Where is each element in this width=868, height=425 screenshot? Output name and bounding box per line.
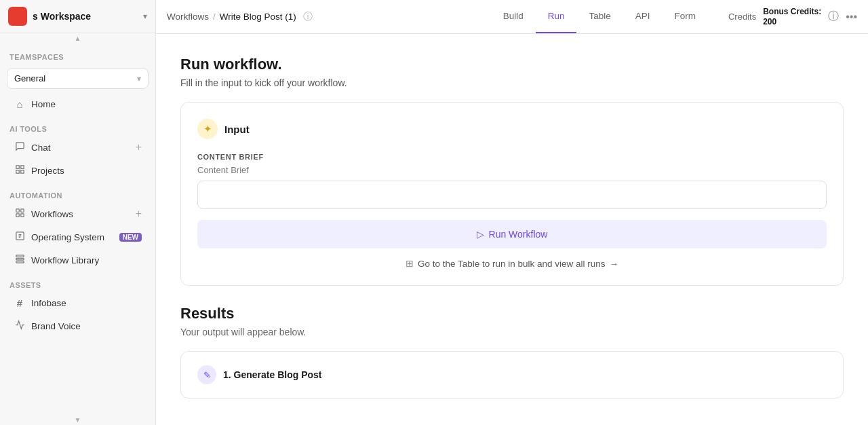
main-area: Workflows / Write Blog Post (1) ⓘ Build …	[156, 0, 868, 425]
scroll-down-arrow[interactable]: ▼	[75, 416, 81, 424]
sidebar-item-operating-system[interactable]: Operating System NEW	[4, 226, 151, 248]
tab-form[interactable]: Form	[662, 0, 708, 33]
arrow-right-icon: →	[610, 259, 619, 269]
sidebar-item-home-label: Home	[31, 99, 142, 109]
chat-add-icon[interactable]: +	[136, 141, 142, 153]
input-card-header: ✦ Input	[197, 119, 827, 139]
infobase-icon: #	[14, 297, 26, 309]
content-brief-input[interactable]	[197, 181, 827, 209]
sidebar-item-chat[interactable]: Chat +	[4, 136, 151, 158]
operating-system-badge: NEW	[119, 233, 142, 242]
bonus-credits-value: Bonus Credits: 200	[763, 7, 821, 26]
svg-rect-2	[16, 170, 18, 173]
topnav: Workflows / Write Blog Post (1) ⓘ Build …	[156, 0, 868, 34]
sidebar-item-workflows[interactable]: Workflows +	[4, 203, 151, 225]
breadcrumb-separator: /	[213, 12, 216, 22]
result-card-header: ✎ 1. Generate Blog Post	[197, 365, 827, 384]
teamspaces-section-label: Teamspaces	[0, 43, 155, 64]
workflows-icon	[14, 208, 26, 220]
content-area: Run workflow. Fill in the input to kick …	[156, 34, 868, 425]
content-brief-sublabel: Content Brief	[197, 165, 827, 175]
svg-rect-9	[16, 255, 23, 257]
result-item-label: 1. Generate Blog Post	[223, 369, 322, 380]
workspace-name: s Workspace	[33, 11, 143, 22]
breadcrumb-current-page: Write Blog Post (1)	[220, 12, 296, 22]
svg-rect-11	[16, 261, 23, 263]
automation-section-label: Automation	[0, 182, 155, 202]
breadcrumb-workflows-link[interactable]: Workflows	[167, 12, 209, 22]
sidebar-item-projects-label: Projects	[31, 166, 142, 176]
results-title: Results	[180, 305, 844, 322]
table-icon: ⊞	[406, 258, 414, 269]
sidebar: s Workspace ▾ ▲ Teamspaces General ▾ ⌂ H…	[0, 0, 156, 425]
nav-right: Credits Bonus Credits: 200 ⓘ •••	[728, 7, 857, 26]
svg-rect-3	[20, 170, 23, 173]
result-icon: ✎	[197, 365, 216, 384]
sidebar-item-workflows-label: Workflows	[31, 209, 130, 219]
svg-rect-4	[16, 209, 18, 212]
credits-label: Credits	[728, 12, 756, 22]
workspace-logo	[8, 7, 27, 26]
run-workflow-title: Run workflow.	[180, 56, 844, 73]
sidebar-item-infobase[interactable]: # Infobase	[4, 293, 151, 314]
content-brief-label: CONTENT BRIEF	[197, 153, 827, 161]
input-icon: ✦	[197, 119, 218, 139]
svg-rect-1	[20, 166, 23, 168]
teamspace-chevron-icon: ▾	[137, 74, 141, 84]
run-play-icon: ▷	[477, 229, 484, 240]
teamspace-dropdown[interactable]: General ▾	[7, 68, 149, 89]
bonus-credits-block: Bonus Credits: 200	[763, 7, 821, 26]
result-card: ✎ 1. Generate Blog Post	[180, 351, 844, 399]
breadcrumb-info-icon[interactable]: ⓘ	[303, 11, 313, 23]
sidebar-item-brand-voice[interactable]: Brand Voice	[4, 315, 151, 337]
more-options-button[interactable]: •••	[846, 11, 857, 23]
breadcrumb: Workflows / Write Blog Post (1) ⓘ	[167, 11, 313, 23]
tab-api[interactable]: API	[623, 0, 663, 33]
workspace-chevron-icon[interactable]: ▾	[143, 12, 147, 21]
run-workflow-button[interactable]: ▷ Run Workflow	[197, 220, 827, 248]
chat-icon	[14, 141, 26, 153]
svg-rect-0	[16, 166, 18, 168]
teamspace-selected-label: General	[14, 73, 45, 84]
brand-voice-icon	[14, 320, 26, 332]
sidebar-item-workflow-library[interactable]: Workflow Library	[4, 249, 151, 271]
sidebar-item-infobase-label: Infobase	[31, 298, 142, 308]
scroll-up-arrow[interactable]: ▲	[75, 35, 81, 42]
input-card: ✦ Input CONTENT BRIEF Content Brief ▷ Ru…	[180, 102, 844, 286]
svg-rect-7	[20, 214, 23, 217]
nav-tabs: Build Run Table API Form	[491, 0, 708, 33]
svg-rect-10	[16, 258, 23, 260]
operating-system-icon	[14, 231, 26, 243]
assets-section-label: Assets	[0, 272, 155, 292]
sidebar-item-projects[interactable]: Projects	[4, 160, 151, 181]
workflow-library-icon	[14, 254, 26, 266]
content-brief-field: CONTENT BRIEF Content Brief	[197, 153, 827, 220]
input-card-title: Input	[224, 124, 250, 135]
workflows-add-icon[interactable]: +	[136, 208, 142, 220]
home-icon: ⌂	[14, 98, 26, 110]
sidebar-item-brand-voice-label: Brand Voice	[31, 321, 142, 331]
sidebar-item-workflow-library-label: Workflow Library	[31, 255, 142, 265]
sidebar-header: s Workspace ▾	[0, 0, 155, 33]
run-workflow-subtitle: Fill in the input to kick off your workf…	[180, 77, 844, 88]
svg-rect-6	[16, 214, 18, 217]
projects-icon	[14, 164, 26, 177]
results-subtitle: Your output will appear below.	[180, 327, 844, 337]
ai-tools-section-label: AI Tools	[0, 115, 155, 136]
info-icon-button[interactable]: ⓘ	[828, 10, 839, 24]
sidebar-item-home[interactable]: ⌂ Home	[4, 94, 151, 115]
tab-run[interactable]: Run	[536, 0, 577, 33]
tab-build[interactable]: Build	[491, 0, 536, 33]
sidebar-item-chat-label: Chat	[31, 143, 130, 153]
svg-rect-5	[20, 209, 23, 212]
table-link[interactable]: ⊞ Go to the Table to run in bulk and vie…	[197, 258, 827, 269]
tab-table[interactable]: Table	[576, 0, 623, 33]
sidebar-item-operating-system-label: Operating System	[31, 232, 114, 242]
